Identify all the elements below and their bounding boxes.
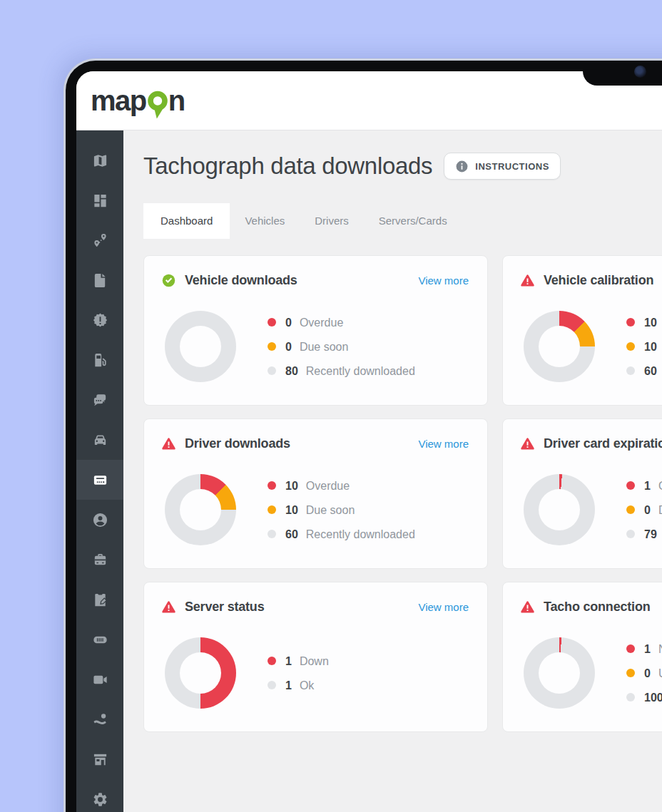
legend-label: Unstable xyxy=(658,667,662,680)
card-body: 1 Down 1 Ok xyxy=(161,637,470,709)
legend-value: 10 xyxy=(644,316,657,329)
documents-icon xyxy=(92,272,108,289)
card-title: Driver downloads xyxy=(185,436,409,451)
title-row: Tachograph data downloads INSTRUCTIONS xyxy=(143,148,662,184)
card-title: Vehicle downloads xyxy=(185,273,409,288)
legend-row: 10 Overdue xyxy=(268,479,415,493)
care-icon xyxy=(92,711,108,728)
legend-row: 10 Due soon xyxy=(626,340,662,354)
legend-dot xyxy=(626,693,635,701)
legend-row: 60 Ok xyxy=(626,364,662,378)
card-header: Server status View more xyxy=(161,600,470,615)
sidebar-item-fuel[interactable] xyxy=(76,340,123,380)
page-background: { "background_color": "#b7c5fb", "brand"… xyxy=(0,0,662,812)
legend-dot xyxy=(268,342,276,351)
mapon-logo: map n xyxy=(91,84,185,118)
view-more-link[interactable]: View more xyxy=(418,274,469,287)
legend-row: 1 Overdue xyxy=(626,479,662,493)
tachograph-icon xyxy=(92,472,108,488)
sidebar-item-trailer[interactable] xyxy=(76,540,123,580)
card-vehicle-calibration: Vehicle calibration View more 10 Overdue… xyxy=(502,255,662,406)
sidebar-item-tachograph[interactable] xyxy=(76,460,123,500)
module-icon xyxy=(92,632,108,648)
legend-dot xyxy=(626,530,635,538)
legend-label: Due soon xyxy=(306,503,355,517)
legend-value: 100 xyxy=(644,691,662,704)
webcam-dot xyxy=(634,66,646,78)
sidebar-item-module[interactable] xyxy=(76,620,123,659)
donut-chart xyxy=(165,311,236,382)
trailer-icon xyxy=(92,552,108,568)
sidebar-item-dashboard[interactable] xyxy=(76,180,123,220)
instructions-button[interactable]: INSTRUCTIONS xyxy=(444,153,561,180)
alert-triangle-icon xyxy=(520,273,535,288)
legend: 1 Overdue 0 Due soon 79 Valid xyxy=(626,479,662,541)
legend-value: 1 xyxy=(644,642,651,656)
sidebar-item-camera[interactable] xyxy=(76,659,123,699)
card-title: Tacho connection xyxy=(544,600,662,615)
legend-row: 100 Ok xyxy=(626,691,662,704)
sidebar-item-car[interactable] xyxy=(76,420,123,460)
legend-label: Due soon xyxy=(658,503,662,517)
card-header: Driver card expiration View more xyxy=(520,436,662,451)
view-more-link[interactable]: View more xyxy=(418,438,469,450)
legend-dot xyxy=(626,481,635,490)
sidebar-item-alerts[interactable] xyxy=(76,300,123,340)
tab-dashboard[interactable]: Dashboard xyxy=(143,203,230,239)
legend: 10 Overdue 10 Due soon 60 Recently downl… xyxy=(268,479,415,541)
legend-row: 0 Unstable xyxy=(626,667,662,680)
legend-label: Due soon xyxy=(300,340,349,354)
sidebar-item-care[interactable] xyxy=(76,699,123,739)
legend-value: 0 xyxy=(644,503,651,517)
legend-label: Recently downloaded xyxy=(306,528,415,541)
legend-value: 1 xyxy=(285,679,292,692)
sidebar-item-drivers[interactable] xyxy=(76,500,123,540)
sidebar-item-documents[interactable] xyxy=(76,260,123,300)
sidebar-nav xyxy=(76,130,123,812)
tab-servers-cards[interactable]: Servers/Cards xyxy=(364,203,462,239)
legend-value: 79 xyxy=(644,528,657,541)
device-screen: map n xyxy=(76,71,662,812)
sidebar-item-messages[interactable] xyxy=(76,380,123,420)
map-icon xyxy=(92,153,108,169)
legend-label: Overdue xyxy=(306,479,350,493)
legend-dot xyxy=(268,481,276,490)
sidebar-item-routes[interactable] xyxy=(76,220,123,260)
donut-chart xyxy=(524,637,595,709)
card-body: 10 Overdue 10 Due soon 60 Ok xyxy=(520,311,662,382)
sidebar-item-settings[interactable] xyxy=(76,779,123,812)
legend-value: 1 xyxy=(285,654,292,668)
legend-row: 0 Due soon xyxy=(626,503,662,517)
legend-value: 60 xyxy=(644,364,657,378)
donut-chart xyxy=(165,474,236,545)
tab-drivers[interactable]: Drivers xyxy=(300,203,364,239)
legend-row: 1 Down xyxy=(268,654,329,668)
info-icon xyxy=(455,160,469,173)
legend-dot xyxy=(626,669,635,677)
card-title: Vehicle calibration xyxy=(544,273,662,288)
device-frame: map n xyxy=(66,61,662,812)
logo-text-map: map xyxy=(91,86,146,115)
camera-notch xyxy=(583,61,662,86)
legend-value: 10 xyxy=(285,479,298,493)
sidebar-item-marketplace[interactable] xyxy=(76,739,123,779)
marketplace-icon xyxy=(92,751,108,768)
legend-value: 0 xyxy=(285,340,292,354)
sidebar-item-tasks[interactable] xyxy=(76,580,123,620)
legend: 10 Overdue 10 Due soon 60 Ok xyxy=(626,316,662,378)
messages-icon xyxy=(92,392,108,408)
sidebar-item-map[interactable] xyxy=(76,140,123,180)
tab-vehicles[interactable]: Vehicles xyxy=(230,203,300,239)
card-body: 10 Overdue 10 Due soon 60 Recently downl… xyxy=(161,474,470,545)
donut-chart xyxy=(165,637,236,709)
legend-dot xyxy=(626,366,635,375)
car-icon xyxy=(92,432,108,448)
legend-value: 0 xyxy=(285,316,292,329)
card-header: Vehicle calibration View more xyxy=(520,273,662,288)
legend-value: 10 xyxy=(644,340,657,354)
app-header: map n xyxy=(76,71,662,130)
card-body: 1 Overdue 0 Due soon 79 Valid xyxy=(520,474,662,545)
app-body: Tachograph data downloads INSTRUCTIONS D… xyxy=(76,130,662,812)
view-more-link[interactable]: View more xyxy=(418,601,469,613)
alerts-icon xyxy=(92,312,108,329)
